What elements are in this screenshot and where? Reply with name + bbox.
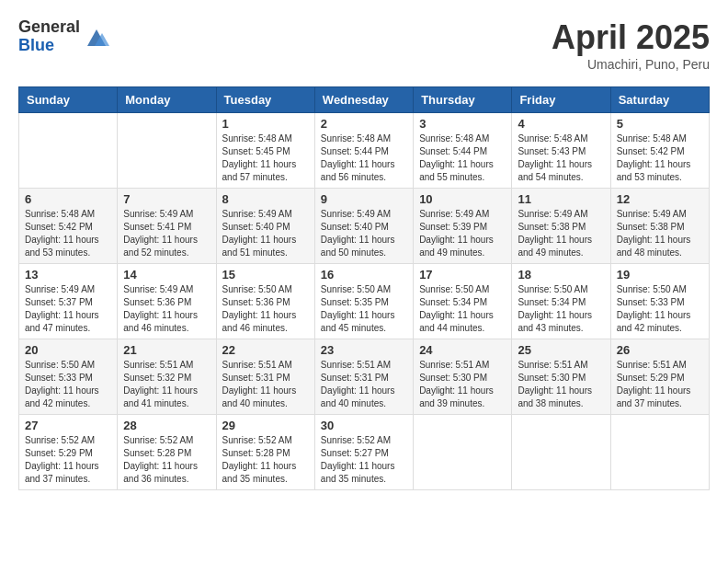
- day-number: 24: [419, 343, 506, 357]
- calendar-week-row: 1Sunrise: 5:48 AM Sunset: 5:45 PM Daylig…: [19, 113, 710, 189]
- day-number: 3: [419, 117, 506, 131]
- day-info: Sunrise: 5:50 AM Sunset: 5:34 PM Dayligh…: [518, 283, 604, 335]
- day-info: Sunrise: 5:51 AM Sunset: 5:30 PM Dayligh…: [419, 359, 506, 410]
- calendar-cell: 14Sunrise: 5:49 AM Sunset: 5:36 PM Dayli…: [118, 264, 216, 339]
- calendar-cell: 6Sunrise: 5:48 AM Sunset: 5:42 PM Daylig…: [19, 189, 118, 264]
- day-info: Sunrise: 5:49 AM Sunset: 5:38 PM Dayligh…: [518, 208, 604, 259]
- weekday-header: Sunday: [19, 87, 118, 113]
- day-info: Sunrise: 5:48 AM Sunset: 5:42 PM Dayligh…: [25, 208, 111, 259]
- day-number: 11: [518, 192, 604, 206]
- day-number: 28: [123, 419, 210, 432]
- calendar-cell: [118, 113, 216, 189]
- weekday-header: Friday: [512, 87, 610, 113]
- day-number: 8: [222, 192, 309, 206]
- calendar-table: SundayMondayTuesdayWednesdayThursdayFrid…: [18, 86, 710, 490]
- day-number: 27: [25, 419, 111, 432]
- calendar-cell: 13Sunrise: 5:49 AM Sunset: 5:37 PM Dayli…: [19, 264, 118, 339]
- calendar-cell: 29Sunrise: 5:52 AM Sunset: 5:28 PM Dayli…: [216, 415, 314, 490]
- calendar-cell: [19, 113, 118, 189]
- day-number: 4: [518, 117, 604, 131]
- day-number: 19: [617, 268, 703, 282]
- day-number: 12: [617, 192, 703, 206]
- day-info: Sunrise: 5:50 AM Sunset: 5:35 PM Dayligh…: [321, 283, 407, 335]
- logo: General Blue: [18, 18, 109, 55]
- day-info: Sunrise: 5:52 AM Sunset: 5:27 PM Dayligh…: [321, 434, 407, 486]
- day-number: 23: [321, 343, 407, 357]
- title-block: April 2025 Umachiri, Puno, Peru: [552, 18, 710, 72]
- logo-icon: [84, 24, 109, 50]
- day-number: 5: [617, 117, 703, 131]
- day-info: Sunrise: 5:51 AM Sunset: 5:31 PM Dayligh…: [222, 359, 309, 410]
- day-info: Sunrise: 5:49 AM Sunset: 5:36 PM Dayligh…: [123, 283, 210, 335]
- calendar-cell: 7Sunrise: 5:49 AM Sunset: 5:41 PM Daylig…: [118, 189, 216, 264]
- day-info: Sunrise: 5:52 AM Sunset: 5:28 PM Dayligh…: [123, 434, 210, 486]
- weekday-header: Monday: [118, 87, 216, 113]
- day-number: 6: [25, 192, 111, 206]
- calendar-week-row: 20Sunrise: 5:50 AM Sunset: 5:33 PM Dayli…: [19, 339, 710, 415]
- month-title: April 2025: [552, 18, 710, 57]
- day-number: 22: [222, 343, 309, 357]
- day-info: Sunrise: 5:51 AM Sunset: 5:30 PM Dayligh…: [518, 359, 604, 410]
- day-number: 20: [25, 343, 111, 357]
- calendar-cell: 21Sunrise: 5:51 AM Sunset: 5:32 PM Dayli…: [118, 339, 216, 415]
- calendar-week-row: 13Sunrise: 5:49 AM Sunset: 5:37 PM Dayli…: [19, 264, 710, 339]
- day-number: 7: [123, 192, 210, 206]
- day-info: Sunrise: 5:50 AM Sunset: 5:33 PM Dayligh…: [25, 359, 111, 410]
- calendar-cell: 1Sunrise: 5:48 AM Sunset: 5:45 PM Daylig…: [216, 113, 314, 189]
- day-info: Sunrise: 5:51 AM Sunset: 5:31 PM Dayligh…: [321, 359, 407, 410]
- day-info: Sunrise: 5:50 AM Sunset: 5:36 PM Dayligh…: [222, 283, 309, 335]
- day-info: Sunrise: 5:49 AM Sunset: 5:37 PM Dayligh…: [25, 283, 111, 335]
- calendar-header-row: SundayMondayTuesdayWednesdayThursdayFrid…: [19, 87, 710, 113]
- day-number: 30: [321, 419, 407, 432]
- calendar-cell: 8Sunrise: 5:49 AM Sunset: 5:40 PM Daylig…: [216, 189, 314, 264]
- day-info: Sunrise: 5:52 AM Sunset: 5:29 PM Dayligh…: [25, 434, 111, 486]
- calendar-cell: 17Sunrise: 5:50 AM Sunset: 5:34 PM Dayli…: [414, 264, 512, 339]
- weekday-header: Thursday: [414, 87, 512, 113]
- day-number: 14: [123, 268, 210, 282]
- calendar-cell: 30Sunrise: 5:52 AM Sunset: 5:27 PM Dayli…: [314, 415, 413, 490]
- day-number: 10: [419, 192, 506, 206]
- day-info: Sunrise: 5:48 AM Sunset: 5:44 PM Dayligh…: [419, 132, 506, 184]
- day-info: Sunrise: 5:50 AM Sunset: 5:33 PM Dayligh…: [617, 283, 703, 335]
- day-number: 17: [419, 268, 506, 282]
- day-info: Sunrise: 5:48 AM Sunset: 5:45 PM Dayligh…: [222, 132, 309, 184]
- day-number: 25: [518, 343, 604, 357]
- calendar-cell: 18Sunrise: 5:50 AM Sunset: 5:34 PM Dayli…: [512, 264, 610, 339]
- calendar-cell: 2Sunrise: 5:48 AM Sunset: 5:44 PM Daylig…: [314, 113, 413, 189]
- calendar-cell: 9Sunrise: 5:49 AM Sunset: 5:40 PM Daylig…: [314, 189, 413, 264]
- day-info: Sunrise: 5:49 AM Sunset: 5:39 PM Dayligh…: [419, 208, 506, 259]
- day-number: 18: [518, 268, 604, 282]
- calendar-cell: 19Sunrise: 5:50 AM Sunset: 5:33 PM Dayli…: [610, 264, 709, 339]
- calendar-cell: 27Sunrise: 5:52 AM Sunset: 5:29 PM Dayli…: [19, 415, 118, 490]
- day-number: 9: [321, 192, 407, 206]
- weekday-header: Tuesday: [216, 87, 314, 113]
- calendar-cell: 22Sunrise: 5:51 AM Sunset: 5:31 PM Dayli…: [216, 339, 314, 415]
- calendar-cell: 15Sunrise: 5:50 AM Sunset: 5:36 PM Dayli…: [216, 264, 314, 339]
- calendar-cell: 25Sunrise: 5:51 AM Sunset: 5:30 PM Dayli…: [512, 339, 610, 415]
- day-number: 16: [321, 268, 407, 282]
- calendar-cell: 10Sunrise: 5:49 AM Sunset: 5:39 PM Dayli…: [414, 189, 512, 264]
- calendar-cell: 3Sunrise: 5:48 AM Sunset: 5:44 PM Daylig…: [414, 113, 512, 189]
- day-info: Sunrise: 5:49 AM Sunset: 5:38 PM Dayligh…: [617, 208, 703, 259]
- calendar-cell: 23Sunrise: 5:51 AM Sunset: 5:31 PM Dayli…: [314, 339, 413, 415]
- day-info: Sunrise: 5:51 AM Sunset: 5:32 PM Dayligh…: [123, 359, 210, 410]
- calendar-cell: 26Sunrise: 5:51 AM Sunset: 5:29 PM Dayli…: [610, 339, 709, 415]
- logo-general-text: General: [18, 18, 80, 37]
- logo-blue-text: Blue: [18, 37, 80, 55]
- day-number: 21: [123, 343, 210, 357]
- weekday-header: Saturday: [610, 87, 709, 113]
- calendar-cell: [512, 415, 610, 490]
- page-header: General Blue April 2025 Umachiri, Puno, …: [18, 18, 710, 72]
- calendar-cell: 5Sunrise: 5:48 AM Sunset: 5:42 PM Daylig…: [610, 113, 709, 189]
- calendar-cell: 16Sunrise: 5:50 AM Sunset: 5:35 PM Dayli…: [314, 264, 413, 339]
- day-number: 29: [222, 419, 309, 432]
- day-info: Sunrise: 5:52 AM Sunset: 5:28 PM Dayligh…: [222, 434, 309, 486]
- day-number: 26: [617, 343, 703, 357]
- calendar-cell: 24Sunrise: 5:51 AM Sunset: 5:30 PM Dayli…: [414, 339, 512, 415]
- location: Umachiri, Puno, Peru: [552, 57, 710, 72]
- weekday-header: Wednesday: [314, 87, 413, 113]
- day-number: 1: [222, 117, 309, 131]
- calendar-cell: 20Sunrise: 5:50 AM Sunset: 5:33 PM Dayli…: [19, 339, 118, 415]
- calendar-cell: 12Sunrise: 5:49 AM Sunset: 5:38 PM Dayli…: [610, 189, 709, 264]
- day-info: Sunrise: 5:51 AM Sunset: 5:29 PM Dayligh…: [617, 359, 703, 410]
